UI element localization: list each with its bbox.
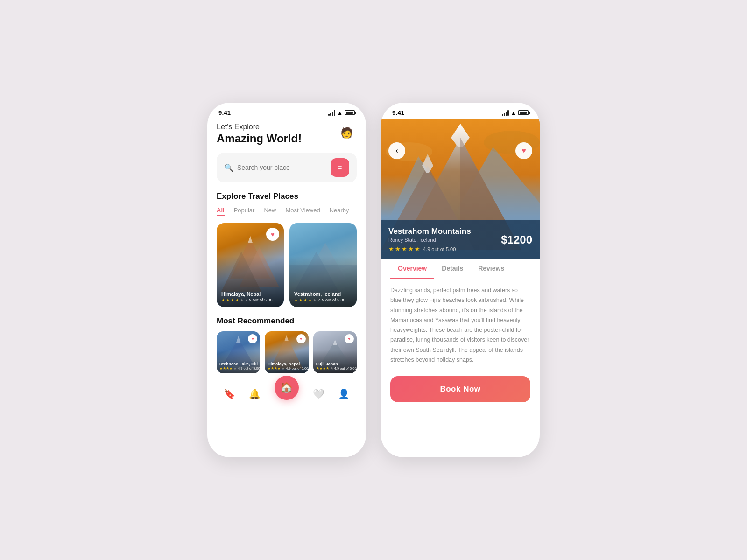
- himalaya-small-heart[interactable]: ♥: [296, 334, 306, 343]
- heart-nav-icon: 🤍: [313, 388, 324, 399]
- nav-profile[interactable]: 👤: [338, 388, 350, 399]
- heart-icon-small3: ♥: [348, 336, 350, 341]
- recommended-section-title: Most Recommended: [217, 316, 357, 326]
- hero-subtitle: Roncy State, Iceland: [388, 237, 471, 243]
- himalaya-stars: ★★★★★ 4.9 out of 5.00: [221, 298, 273, 302]
- search-bar: 🔍 ≡: [217, 153, 357, 182]
- book-now-button[interactable]: Book Now: [390, 376, 530, 402]
- svg-marker-3: [248, 236, 253, 243]
- phone-1: 9:41 ▲ Let's Explore Amazing World! 🧑: [207, 103, 366, 457]
- header-row: Let's Explore Amazing World! 🧑: [217, 123, 357, 145]
- nav-bookmark[interactable]: 🔖: [224, 388, 235, 399]
- vestrahom-rating: 4.9 out of 5.00: [318, 298, 345, 302]
- explore-section-title: Explore Travel Places: [217, 192, 357, 201]
- hero-section: ‹ ♥ Vestrahom Mountains Roncy State, Ice…: [381, 119, 540, 259]
- hero-title: Vestrahom Mountains: [388, 227, 471, 236]
- screen2-body: Overview Details Reviews Dazzling sands,…: [381, 259, 540, 412]
- bell-icon: 🔔: [249, 388, 261, 399]
- screens-container: 9:41 ▲ Let's Explore Amazing World! 🧑: [189, 84, 558, 476]
- svg-marker-8: [236, 336, 241, 343]
- search-icon: 🔍: [224, 163, 233, 172]
- fuji-name: Fuji, Japan: [316, 362, 357, 366]
- svg-marker-11: [285, 335, 289, 341]
- nav-heart[interactable]: 🤍: [313, 388, 324, 399]
- tab-nearby[interactable]: Nearby: [330, 207, 349, 216]
- filter-icon: ≡: [338, 164, 342, 171]
- back-icon: ‹: [395, 147, 398, 155]
- nav-bell[interactable]: 🔔: [249, 388, 261, 399]
- fuji-rating: ★★★★★ 4.9 out of 5.00: [316, 366, 357, 371]
- filter-button[interactable]: ≡: [331, 158, 349, 177]
- tab-most-viewed[interactable]: Most Viewed: [285, 207, 320, 216]
- signal-icon: [328, 110, 335, 116]
- himalaya-heart-btn[interactable]: ♥: [266, 228, 279, 241]
- time-1: 9:41: [218, 109, 231, 116]
- favorite-button[interactable]: ♥: [515, 142, 532, 159]
- bottom-nav: 🔖 🔔 🏠 🤍 👤: [207, 383, 366, 409]
- tab-overview[interactable]: Overview: [390, 259, 434, 279]
- fuji-info: Fuji, Japan ★★★★★ 4.9 out of 5.00: [316, 362, 357, 371]
- travel-cards-grid: Himalaya, Nepal ★★★★★ 4.9 out of 5.00 ♥: [217, 223, 357, 307]
- himalaya-card-info: Himalaya, Nepal ★★★★★ 4.9 out of 5.00: [221, 291, 273, 302]
- time-2: 9:41: [392, 109, 404, 116]
- hero-price: $1200: [501, 233, 532, 246]
- hero-rating-text: 4.9 out of 5.00: [423, 246, 456, 252]
- hero-text-block: Vestrahom Mountains Roncy State, Iceland…: [388, 227, 471, 252]
- nav-home-btn[interactable]: 🏠: [275, 376, 299, 400]
- tab-popular[interactable]: Popular: [234, 207, 255, 216]
- detail-tabs: Overview Details Reviews: [390, 259, 530, 279]
- rec-card-fuji[interactable]: Fuji, Japan ★★★★★ 4.9 out of 5.00 ♥: [313, 331, 357, 373]
- stednase-info: Stebnase Lake, CiIi ★★★★★ 4.9 out of 5.0…: [219, 362, 260, 371]
- search-input[interactable]: [237, 164, 327, 171]
- home-icon: 🏠: [280, 382, 293, 394]
- rec-card-stednase[interactable]: Stebnase Lake, CiIi ★★★★★ 4.9 out of 5.0…: [217, 331, 260, 373]
- filter-tabs: All Popular New Most Viewed Nearby: [217, 207, 357, 216]
- phone-2: 9:41 ▲: [381, 103, 540, 457]
- heart-icon-small2: ♥: [300, 336, 302, 341]
- description-text: Dazzling sands, perfect palm trees and w…: [390, 286, 530, 365]
- travel-card-vestrahom[interactable]: Vestrahom, Iceland ★★★★★ 4.9 out of 5.00: [289, 223, 357, 307]
- heart-icon: ♥: [271, 231, 275, 238]
- tab-all[interactable]: All: [217, 207, 225, 216]
- himalaya-small-name: Himalaya, Nepal: [268, 362, 308, 366]
- favorite-icon: ♥: [521, 147, 526, 155]
- himalaya-small-rating: ★★★★★ 4.9 out of 5.00: [268, 366, 308, 371]
- bookmark-icon: 🔖: [224, 388, 235, 399]
- vestrahom-card-info: Vestrahom, Iceland ★★★★★ 4.9 out of 5.00: [294, 291, 345, 302]
- battery-icon-2: [518, 110, 529, 115]
- tab-details[interactable]: Details: [434, 259, 471, 279]
- vestrahom-stars: ★★★★★ 4.9 out of 5.00: [294, 298, 345, 302]
- status-icons-1: ▲: [328, 110, 355, 116]
- battery-icon: [345, 110, 355, 115]
- vestrahom-name: Vestrahom, Iceland: [294, 291, 345, 297]
- stednase-name: Stebnase Lake, CiIi: [219, 362, 260, 366]
- travel-card-himalaya[interactable]: Himalaya, Nepal ★★★★★ 4.9 out of 5.00 ♥: [217, 223, 284, 307]
- fuji-heart[interactable]: ♥: [345, 334, 354, 343]
- himalaya-small-info: Himalaya, Nepal ★★★★★ 4.9 out of 5.00: [268, 362, 308, 371]
- status-icons-2: ▲: [502, 110, 529, 116]
- stednase-rating: ★★★★★ 4.9 out of 5.00: [219, 366, 260, 371]
- hero-overlay: Vestrahom Mountains Roncy State, Iceland…: [381, 220, 540, 259]
- hero-stars: ★ ★ ★ ★ ★ 4.9 out of 5.00: [388, 245, 471, 252]
- greeting-block: Let's Explore Amazing World!: [217, 123, 302, 145]
- signal-icon-2: [502, 110, 509, 116]
- person-icon: 👤: [338, 388, 350, 399]
- recommended-grid: Stebnase Lake, CiIi ★★★★★ 4.9 out of 5.0…: [217, 331, 357, 373]
- himalaya-name: Himalaya, Nepal: [221, 291, 273, 297]
- user-avatar[interactable]: 🧑: [336, 123, 357, 143]
- heart-icon-small: ♥: [252, 336, 254, 341]
- greeting-text: Let's Explore: [217, 123, 302, 131]
- tab-new[interactable]: New: [264, 207, 276, 216]
- status-bar-1: 9:41 ▲: [207, 103, 366, 119]
- main-title: Amazing World!: [217, 132, 302, 145]
- wifi-icon-2: ▲: [511, 110, 516, 116]
- wifi-icon: ▲: [337, 110, 343, 116]
- rec-card-himalaya-small[interactable]: Himalaya, Nepal ★★★★★ 4.9 out of 5.00 ♥: [265, 331, 308, 373]
- himalaya-rating: 4.9 out of 5.00: [246, 298, 273, 302]
- svg-marker-13: [332, 340, 337, 345]
- status-bar-2: 9:41 ▲: [381, 103, 540, 119]
- back-button[interactable]: ‹: [388, 142, 405, 159]
- tab-reviews[interactable]: Reviews: [471, 259, 512, 279]
